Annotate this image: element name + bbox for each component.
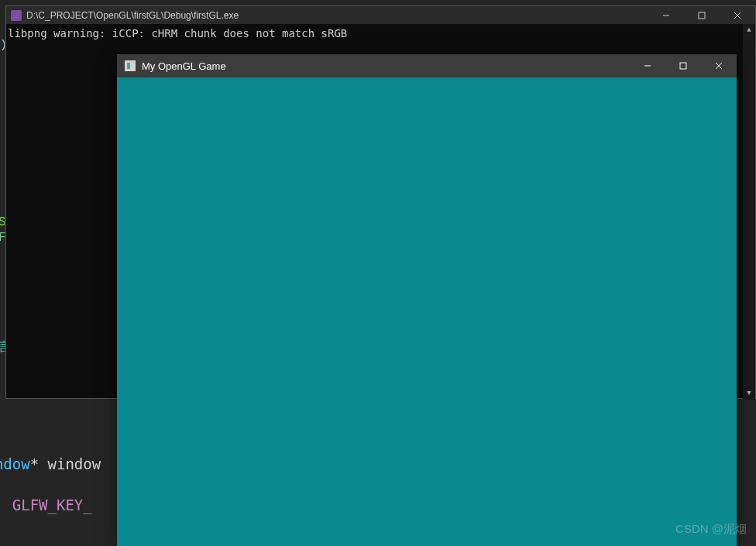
scroll-down-arrow-icon[interactable]: ▼ [743, 387, 755, 400]
code-line: window* window [0, 455, 101, 472]
maximize-button[interactable] [684, 6, 720, 24]
code-fragment: ) [0, 39, 5, 54]
svg-rect-5 [680, 63, 686, 69]
opengl-title: My OpenGL Game [142, 60, 226, 72]
code-line: ow, GLFW_KEY_ [0, 496, 92, 513]
app-icon [11, 10, 22, 21]
code-text: ow, [0, 496, 3, 513]
watermark: CSDN @泥烟 [675, 522, 747, 537]
scroll-up-arrow-icon[interactable]: ▲ [743, 24, 755, 36]
code-fragment: S [0, 215, 5, 229]
maximize-icon [698, 12, 706, 19]
svg-rect-1 [699, 12, 705, 19]
code-var-token: window [48, 455, 101, 472]
opengl-titlebar[interactable]: My OpenGL Game [117, 54, 737, 77]
minimize-button[interactable] [648, 6, 684, 24]
maximize-icon [679, 62, 687, 70]
maximize-button[interactable] [665, 54, 701, 77]
console-scrollbar[interactable]: ▲ ▼ [743, 24, 755, 400]
close-icon [734, 12, 741, 19]
console-window-controls [648, 6, 755, 24]
console-output[interactable]: libpng warning: iCCP: cHRM chunk does no… [6, 24, 755, 43]
opengl-window-controls [630, 54, 737, 77]
code-type-token: window [0, 455, 30, 472]
console-titlebar[interactable]: D:\C_PROJECT\OpenGL\firstGL\Debug\firstG… [6, 6, 755, 24]
console-title: D:\C_PROJECT\OpenGL\firstGL\Debug\firstG… [26, 10, 239, 21]
code-pointer-token: * [30, 455, 39, 472]
minimize-button[interactable] [630, 54, 665, 77]
minimize-icon [662, 12, 670, 19]
close-button[interactable] [701, 54, 737, 77]
code-const-token: GLFW_KEY_ [12, 496, 92, 513]
opengl-window: My OpenGL Game [117, 54, 737, 546]
console-line: libpng warning: iCCP: cHRM chunk does no… [8, 27, 347, 39]
opengl-canvas[interactable] [117, 77, 737, 546]
minimize-icon [644, 62, 651, 70]
close-icon [715, 62, 723, 70]
app-icon [125, 60, 136, 71]
close-button[interactable] [720, 6, 755, 24]
